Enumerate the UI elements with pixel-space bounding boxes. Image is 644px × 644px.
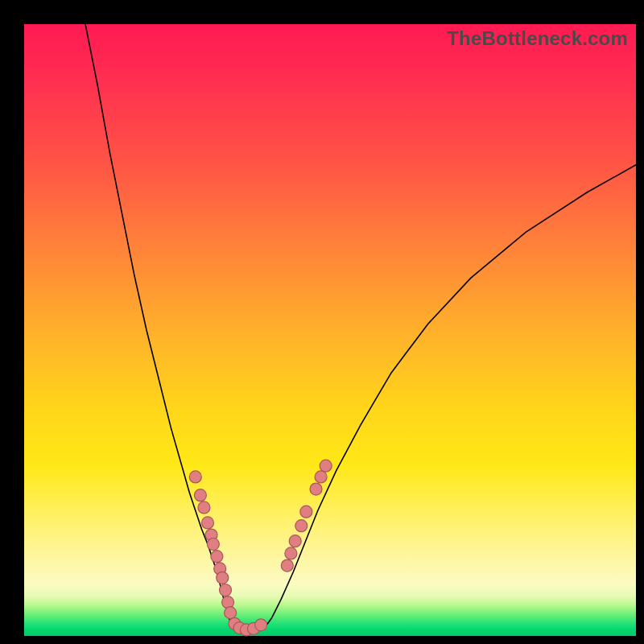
left-dot [211, 551, 223, 563]
curve-right [272, 165, 636, 617]
dot-group [189, 460, 332, 636]
right-dot [315, 471, 327, 483]
right-dot [320, 460, 332, 472]
left-dot [189, 471, 201, 483]
right-dot [310, 483, 322, 495]
plot-area: TheBottleneck.com [24, 24, 636, 636]
left-dot [207, 539, 219, 551]
app-frame: TheBottleneck.com [0, 0, 644, 644]
valley-dot [255, 619, 267, 631]
left-dot [194, 489, 206, 502]
right-dot [295, 520, 308, 532]
right-dot [289, 535, 301, 547]
left-dot [225, 607, 237, 619]
left-dot [217, 572, 229, 584]
right-dot [285, 547, 297, 559]
curve-left [85, 24, 229, 619]
curve-overlay [24, 24, 636, 636]
left-dot [198, 502, 210, 514]
right-dot [281, 559, 293, 572]
left-dot [220, 584, 232, 597]
left-dot [202, 517, 214, 529]
right-dot [300, 506, 312, 518]
